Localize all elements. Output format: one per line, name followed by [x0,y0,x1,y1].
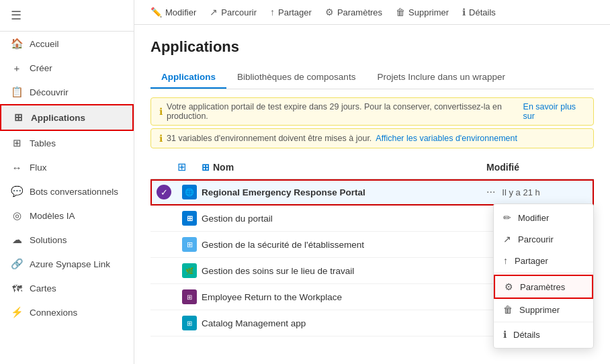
alert-link-1[interactable]: Afficher les variables d'environnement [376,134,517,143]
sidebar-item-accueil[interactable]: 🏠 Accueil [0,32,134,56]
context-menu-item-ctx-parcourir[interactable]: ↗ Parcourir [494,228,593,250]
sidebar-item-applications[interactable]: ⊞ Applications [0,104,134,131]
table-header: ⊞ ⊞ Nom Modifié [150,155,594,179]
sidebar-icon-applications: ⊞ [12,111,24,124]
sidebar-label-flux: Flux [30,163,47,173]
page-title: Applications [150,38,594,56]
tab-2[interactable]: Projets Inclure dans un wrapper [366,66,516,89]
toolbar: ✏️ Modifier ↗ Parcourir ↑ Partager ⚙ Par… [134,0,610,25]
context-menu-item-ctx-partager[interactable]: ↑ Partager [494,250,593,271]
sidebar-icon-accueil: 🏠 [11,38,23,50]
context-label-ctx-parametres: Paramètres [520,282,565,292]
toolbar-label-parcourir: Parcourir [221,7,257,17]
sidebar-icon-tables: ⊞ [11,137,23,149]
sidebar-label-bots: Bots conversationnels [30,187,118,197]
ellipsis-btn[interactable]: ··· [486,186,495,198]
tab-0[interactable]: Applications [150,66,226,89]
row-modified-text: Il y a 21 h [502,187,539,197]
sidebar-label-applications: Applications [31,113,85,123]
toolbar-label-parametres: Paramètres [337,7,382,17]
content-area: Applications ApplicationsBibliothèques d… [134,25,610,364]
alert-text-1: 31 variables d'environnement doivent êtr… [167,134,372,143]
context-label-ctx-partager: Partager [515,256,548,266]
app-icon-grid-cyan: ⊞ [182,316,197,330]
context-label-ctx-parcourir: Parcourir [518,234,554,244]
toolbar-btn-details[interactable]: ℹ Détails [462,7,496,17]
toolbar-btn-parametres[interactable]: ⚙ Paramètres [325,7,382,17]
sidebar-label-tables: Tables [30,138,56,148]
context-icon-ctx-parametres: ⚙ [505,281,513,292]
context-label-ctx-supprimer: Supprimer [519,305,560,315]
sidebar-icon-flux: ↔ [11,161,23,173]
sidebar-label-creer: Créer [30,63,52,73]
row-check-circle: ✓ [157,185,171,199]
row-icon-3: 🌿 [177,263,202,278]
row-icon-4: ⊞ [177,289,202,304]
menu-divider-4 [494,322,593,322]
context-menu-item-ctx-supprimer[interactable]: 🗑 Supprimer [494,299,593,320]
sidebar-label-solutions: Solutions [30,235,67,245]
sidebar-header: ☰ [0,0,134,32]
toolbar-btn-modifier[interactable]: ✏️ Modifier [150,7,196,17]
sidebar-item-azure-synapse[interactable]: 🔗 Azure Synapse Link [0,252,134,276]
sidebar-icon-solutions: ☁ [11,234,23,246]
row-icon-1: ⊞ [177,211,202,226]
header-name[interactable]: ⊞ Nom [202,162,486,173]
sidebar-item-tables[interactable]: ⊞ Tables [0,131,134,155]
sidebar-item-creer[interactable]: + Créer [0,56,134,80]
context-icon-ctx-modifier: ✏ [503,212,511,223]
sidebar-icon-bots: 💬 [11,185,23,197]
row-check-0: ✓ [150,185,177,199]
toolbar-label-supprimer: Supprimer [408,7,449,17]
row-icon-0: 🌐 [177,185,202,199]
alert-1: ℹ 31 variables d'environnement doivent ê… [150,128,594,148]
sidebar-item-connexions[interactable]: ⚡ Connexions [0,300,134,324]
sidebar-icon-modeles-ia: ◎ [11,210,23,222]
row-name-5: Catalog Management app [202,318,486,328]
row-name-3: Gestion des soins sur le lieu de travail [202,266,486,276]
context-label-ctx-modifier: Modifier [518,213,549,223]
row-modified-0: ···Il y a 21 h [486,186,594,198]
row-name-2: Gestion de la sécurité de l'établissemen… [202,240,486,250]
alert-text-0: Votre application portail de test expire… [167,102,519,121]
sidebar-label-connexions: Connexions [30,308,77,318]
toolbar-btn-parcourir[interactable]: ↗ Parcourir [210,7,257,17]
toolbar-label-partager: Partager [278,7,312,17]
sidebar-item-cartes[interactable]: 🗺 Cartes [0,276,134,300]
table-row[interactable]: ✓ 🌐 Regional Emergency Response Portal ·… [150,179,594,206]
sidebar-label-accueil: Accueil [30,39,59,49]
app-icon-grid-purple: ⊞ [182,289,197,304]
context-label-ctx-details: Détails [513,330,540,340]
sidebar-label-decouvrir: Découvrir [30,87,69,97]
sidebar-icon-azure-synapse: 🔗 [11,258,23,270]
main-content: ✏️ Modifier ↗ Parcourir ↑ Partager ⚙ Par… [134,0,610,364]
sidebar-icon-decouvrir: 📋 [11,86,23,98]
sidebar-label-cartes: Cartes [30,283,56,293]
row-name-4: Employee Return to the Workplace [202,292,486,302]
toolbar-btn-partager[interactable]: ↑ Partager [270,7,312,17]
alert-link-0[interactable]: En savoir plus sur [523,102,585,121]
app-icon-grid-blue: ⊞ [182,211,197,226]
sidebar-icon-cartes: 🗺 [11,282,23,294]
sidebar-item-flux[interactable]: ↔ Flux [0,155,134,179]
sidebar-item-decouvrir[interactable]: 📋 Découvrir [0,80,134,104]
row-name-0: Regional Emergency Response Portal [202,187,486,197]
context-menu-item-ctx-modifier[interactable]: ✏ Modifier [494,207,593,228]
context-menu-item-ctx-parametres[interactable]: ⚙ Paramètres [494,275,593,299]
hamburger-menu[interactable]: ☰ [11,9,21,22]
tab-1[interactable]: Bibliothèques de composants [226,66,366,89]
context-menu-item-ctx-details[interactable]: ℹ Détails [494,324,593,345]
toolbar-icon-supprimer: 🗑 [396,7,405,17]
header-icon-col: ⊞ [177,161,202,173]
sidebar-item-solutions[interactable]: ☁ Solutions [0,228,134,252]
app-icon-globe: 🌐 [182,185,197,199]
toolbar-btn-supprimer[interactable]: 🗑 Supprimer [396,7,449,17]
menu-divider-2 [494,273,593,273]
context-icon-ctx-supprimer: 🗑 [503,304,513,315]
context-menu: ✏ Modifier ↗ Parcourir ↑ Partager ⚙ Para… [493,203,594,349]
alert-icon-0: ℹ [159,106,163,117]
row-name-1: Gestion du portail [202,214,486,224]
alert-icon-1: ℹ [159,133,163,144]
sidebar-item-bots[interactable]: 💬 Bots conversationnels [0,179,134,203]
sidebar-item-modeles-ia[interactable]: ◎ Modèles IA [0,203,134,228]
